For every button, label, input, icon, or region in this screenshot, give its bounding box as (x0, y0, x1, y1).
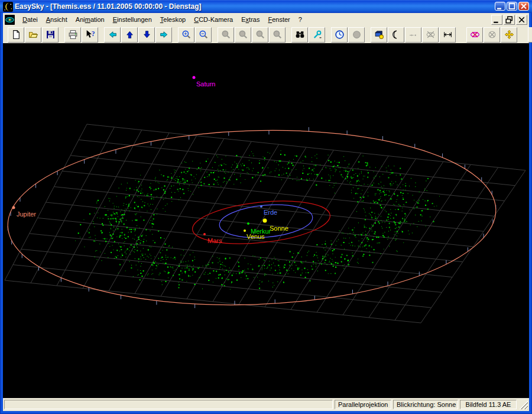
arrow-right-button[interactable] (155, 27, 172, 43)
asteroid-dot (158, 258, 159, 259)
asteroid-dot (141, 235, 142, 237)
asteroid-dot (325, 260, 326, 261)
asteroid-dot (351, 192, 352, 193)
asteroid-dot (258, 172, 259, 173)
asteroid-dot (154, 242, 155, 243)
asteroid-dot (137, 241, 137, 241)
asteroid-dot (226, 182, 227, 182)
asteroid-dot (378, 237, 379, 238)
new-button[interactable] (8, 27, 24, 43)
help-button[interactable]: ? (82, 27, 98, 43)
asteroid-dot (161, 187, 162, 188)
asteroid-dot (400, 206, 401, 207)
measure-button[interactable] (439, 27, 456, 43)
menu-?[interactable]: ? (294, 15, 306, 24)
asteroid-dot (127, 196, 128, 196)
arrow-down-button[interactable] (138, 27, 155, 43)
asteroid-dot (116, 212, 116, 213)
moon-button[interactable] (388, 27, 404, 43)
asteroid-dot (363, 200, 364, 201)
asteroid-dot (359, 241, 359, 241)
asteroid-dot (78, 232, 79, 234)
resize-grip[interactable] (519, 400, 528, 409)
print-button[interactable] (64, 27, 81, 43)
asteroid-dot (373, 200, 374, 201)
asteroid-dot (312, 161, 312, 162)
asteroid-dot (361, 201, 362, 202)
wrench-button[interactable] (309, 27, 325, 43)
asteroid-dot (398, 227, 400, 228)
menu-teleskop[interactable]: Teleskop (156, 15, 190, 24)
asteroid-dot (266, 257, 267, 258)
asteroid-dot (180, 183, 180, 183)
move-button[interactable] (501, 27, 517, 43)
mdi-minimize-button[interactable] (491, 15, 502, 25)
asteroid-dot (379, 190, 381, 191)
jupiter-dot[interactable] (12, 206, 15, 209)
asteroid-dot (364, 227, 365, 228)
mars-dot[interactable] (203, 233, 206, 235)
arrow-left-button[interactable] (104, 27, 121, 43)
menu-fenster[interactable]: Fenster (264, 15, 294, 24)
asteroid-dot (358, 245, 359, 246)
open-button[interactable] (25, 27, 41, 43)
saturn-dot[interactable] (193, 76, 196, 79)
asteroid-dot (231, 282, 232, 283)
asteroid-dot (119, 219, 120, 219)
asteroid-dot (126, 254, 126, 254)
zoom-in-button[interactable] (178, 27, 194, 43)
venus-dot[interactable] (244, 229, 246, 232)
menu-einstellungen[interactable]: Einstellungen (109, 15, 156, 24)
minimize-button[interactable] (495, 2, 505, 11)
arrow-up-button[interactable] (121, 27, 138, 43)
asteroid-dot (290, 178, 290, 179)
sky-canvas[interactable]: SonneMerkurVenusErdeMarsJupiterSaturn (3, 43, 529, 398)
mdi-close-button[interactable] (516, 15, 527, 25)
galaxy-icon[interactable] (5, 15, 15, 25)
menu-datei[interactable]: Datei (18, 15, 42, 24)
sonne-dot[interactable] (263, 219, 267, 223)
menu-extras[interactable]: Extras (237, 15, 264, 24)
asteroid-dot (90, 237, 91, 237)
asteroid-dot (400, 168, 401, 169)
menu-animation[interactable]: Animation (72, 15, 109, 24)
close-button[interactable] (518, 2, 529, 11)
asteroid-dot (187, 180, 188, 182)
asteroid-dot (296, 265, 296, 266)
asteroid-dot (269, 264, 270, 266)
clock-button[interactable] (331, 27, 348, 43)
asteroid-dot (112, 238, 113, 239)
binoculars-button[interactable] (291, 27, 308, 43)
asteroid-dot (330, 168, 330, 169)
merkur-dot[interactable] (247, 222, 249, 225)
asteroid-dot (356, 183, 357, 183)
asteroid-dot (390, 192, 390, 192)
asteroid-dot (122, 232, 123, 233)
menu-ccd-kamera[interactable]: CCD-Kamera (190, 15, 237, 24)
maximize-button[interactable] (507, 2, 517, 11)
menu-ansicht[interactable]: Ansicht (42, 15, 72, 24)
asteroid-dot (207, 172, 207, 172)
asteroid-dot (129, 247, 130, 248)
beamer-button[interactable] (371, 27, 387, 43)
asteroid-dot (111, 224, 112, 225)
asteroid-dot (275, 270, 276, 271)
orbit-cross-button[interactable] (466, 27, 483, 43)
mdi-restore-button[interactable] (504, 15, 515, 25)
asteroid-dot (167, 179, 168, 180)
save-button[interactable] (42, 27, 59, 43)
asteroid-dot (224, 282, 225, 283)
zoom-out-button[interactable] (195, 27, 212, 43)
asteroid-dot (141, 216, 141, 217)
asteroid-dot (186, 267, 187, 269)
asteroid-dot (403, 205, 404, 205)
erde-dot[interactable] (260, 205, 262, 208)
asteroid-dot (108, 257, 108, 258)
asteroid-dot (336, 183, 336, 183)
asteroid-dot (248, 269, 248, 269)
asteroid-dot (209, 273, 210, 274)
asteroid-dot (213, 172, 214, 173)
title-bar[interactable]: EasySky - [Themis.ess / 11.01.2005 00:00… (0, 0, 532, 13)
play-back-button[interactable] (528, 27, 532, 43)
asteroid-dot (164, 186, 166, 187)
